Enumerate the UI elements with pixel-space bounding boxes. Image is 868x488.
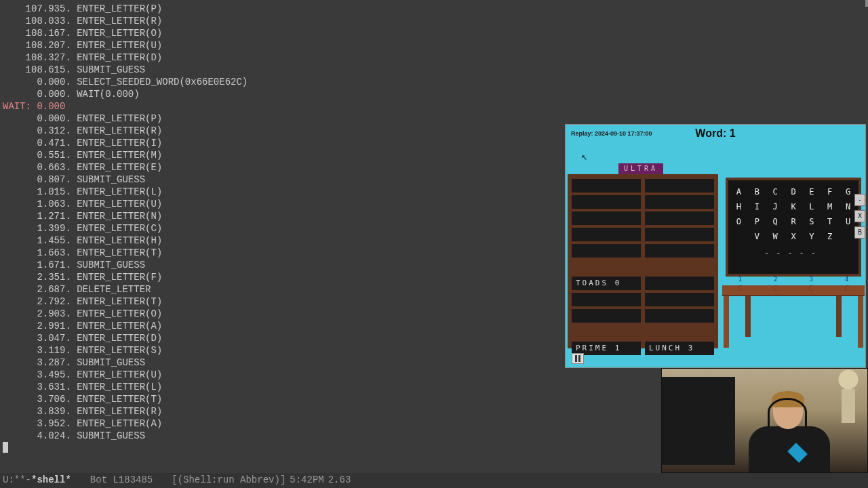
log-line: 108.207. ENTER_LETTER(U) <box>3 39 868 52</box>
alpha-key[interactable]: N <box>840 202 856 211</box>
desk-graphic: 1234 CCCC <box>722 285 865 350</box>
alphabet-grid: ABCDEFGHIJKLMNOPQRSTUVWXYZ <box>731 187 856 241</box>
side-buttons: -XB <box>854 194 865 239</box>
alpha-key[interactable]: K <box>786 202 802 211</box>
alpha-key[interactable]: H <box>731 202 747 211</box>
guess-cell <box>645 228 714 241</box>
game-window: Replay: 2024-09-10 17:37:00 Word: 1 ↖ UL… <box>565 124 866 368</box>
log-line: 108.615. SUBMIT_GUESS <box>3 64 868 76</box>
log-line: 0.000. SELECT_SEEDED_WORD(0x66E0E62C) <box>3 76 868 88</box>
guess-cell <box>572 211 641 225</box>
alpha-key[interactable]: F <box>822 187 837 197</box>
mouse-cursor-icon: ↖ <box>581 153 587 162</box>
guess-cell <box>572 228 641 241</box>
guess-cell <box>645 179 714 192</box>
alpha-key[interactable]: M <box>822 202 837 211</box>
alpha-key[interactable]: A <box>731 187 747 197</box>
log-line: 107.935. ENTER_LETTER(P) <box>3 3 868 15</box>
alpha-key[interactable]: X <box>786 232 802 241</box>
text-cursor <box>3 442 8 453</box>
log-line: 108.167. ENTER_LETTER(O) <box>3 27 868 39</box>
alphabet-panel: ABCDEFGHIJKLMNOPQRSTUVWXYZ ----- <box>726 178 861 277</box>
alpha-key[interactable]: B <box>749 187 765 197</box>
game-titlebar: Replay: 2024-09-10 17:37:00 Word: 1 <box>566 125 865 142</box>
desk-curves: CCCC <box>722 284 865 293</box>
alpha-key[interactable]: T <box>822 217 837 226</box>
side-button--[interactable]: - <box>854 194 865 206</box>
alpha-key[interactable]: U <box>840 217 856 226</box>
alpha-key[interactable]: L <box>804 202 819 211</box>
log-line: WAIT: 0.000 <box>3 100 868 113</box>
alpha-key[interactable]: J <box>768 202 783 211</box>
alpha-key[interactable]: Y <box>804 232 819 241</box>
alpha-key[interactable]: Q <box>768 217 783 226</box>
guess-cell <box>645 293 714 306</box>
word-counter: Word: 1 <box>695 127 735 140</box>
guess-cell <box>572 293 641 306</box>
guess-cell <box>572 179 641 192</box>
alpha-key[interactable]: V <box>749 232 765 241</box>
guess-cell <box>572 195 641 209</box>
alpha-key[interactable]: G <box>840 187 856 197</box>
replay-timestamp: Replay: 2024-09-10 17:37:00 <box>571 130 652 137</box>
guess-cell <box>645 309 714 323</box>
guess-cell <box>645 277 714 290</box>
desk-numbers: 1234 <box>722 276 865 283</box>
guess-cell <box>645 211 714 225</box>
guess-cell <box>645 244 714 258</box>
guess-board: TOADS 0PRIME 1LUNCH 3 <box>572 179 714 355</box>
alpha-key[interactable]: I <box>749 202 765 211</box>
side-button-b[interactable]: B <box>854 226 865 239</box>
guess-cell: LUNCH 3 <box>645 342 714 355</box>
log-line: 0.000. ENTER_LETTER(P) <box>3 113 868 125</box>
alpha-key[interactable]: S <box>804 217 819 226</box>
current-guess-banner: ULTRA <box>618 163 663 174</box>
webcam-feed <box>661 368 868 473</box>
alpha-key[interactable]: Z <box>822 232 837 241</box>
modeline-modes: [(Shell:run Abbrev)] <box>172 474 285 487</box>
alpha-key[interactable]: R <box>786 217 802 226</box>
side-button-x[interactable]: X <box>854 210 865 222</box>
log-line: 108.033. ENTER_LETTER(R) <box>3 15 868 27</box>
alpha-key[interactable]: O <box>731 217 747 226</box>
emacs-modeline: U:**-*shell* Bot L183485 [(Shell:run Abb… <box>0 473 868 488</box>
modeline-load: 2.63 <box>328 474 351 487</box>
guess-cell <box>645 195 714 209</box>
alpha-key[interactable]: E <box>804 187 819 197</box>
alpha-key <box>840 232 856 241</box>
guess-cell <box>572 244 641 258</box>
guess-cell: TOADS 0 <box>572 277 641 290</box>
alpha-key[interactable]: D <box>786 187 802 197</box>
scrollbar[interactable] <box>865 0 868 7</box>
pause-button[interactable] <box>572 353 584 364</box>
log-line: 108.327. ENTER_LETTER(D) <box>3 52 868 64</box>
guess-cell <box>572 309 641 323</box>
modeline-status: U:**-*shell* <box>3 474 71 487</box>
alpha-key <box>731 232 747 241</box>
modeline-time: 5:42PM <box>290 474 323 487</box>
modeline-position: Bot L183485 <box>90 474 153 487</box>
log-line: 0.000. WAIT(0.000) <box>3 88 868 100</box>
alpha-key[interactable]: W <box>768 232 783 241</box>
alpha-key[interactable]: P <box>749 217 765 226</box>
alpha-key[interactable]: C <box>768 187 783 197</box>
answer-dashes: ----- <box>731 248 856 258</box>
